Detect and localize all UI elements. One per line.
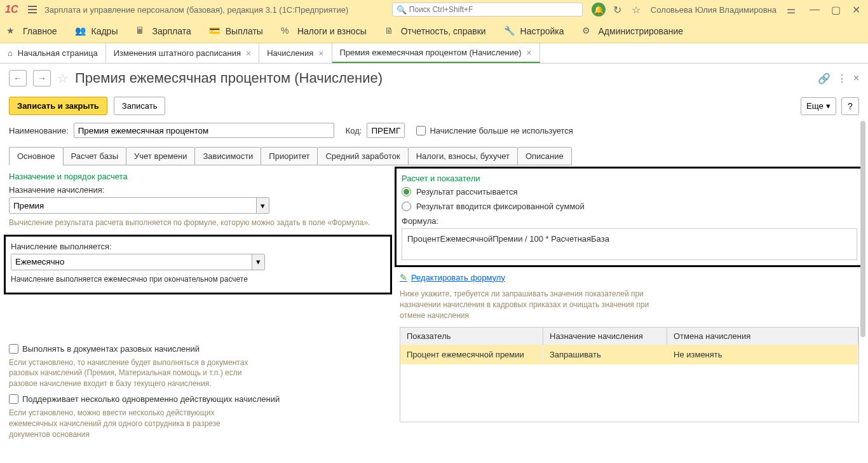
tab-time[interactable]: Учет времени [126,147,195,165]
percent-icon: % [281,25,292,37]
menu-payments[interactable]: 💳Выплаты [209,25,263,37]
purpose-label: Назначение начисления: [9,185,387,195]
form-body: Назначение и порядок расчета Назначение … [0,165,868,446]
cb-multi-wrap[interactable]: Поддерживает несколько одновременно дейс… [9,394,387,404]
cb-multi[interactable] [9,394,18,404]
menu-main[interactable]: ★Главное [6,25,57,37]
radio-fixed-wrap[interactable]: Результат вводится фиксированной суммой [402,202,857,211]
radio-calculated-wrap[interactable]: Результат рассчитывается [402,187,857,197]
menu-salary[interactable]: 🖩Зарплата [135,25,191,37]
header-fields: Наименование: Код: Начисление больше не … [0,119,868,142]
search-input[interactable] [409,5,578,14]
hamburger-icon[interactable] [25,3,39,16]
td-indicator: Процент ежемесячной премии [400,345,543,364]
chevron-down-icon[interactable]: ▾ [252,254,264,270]
th-cancel: Отмена начисления [667,328,858,345]
tab-base[interactable]: Расчет базы [63,147,127,165]
td-assign: Запрашивать [543,345,667,364]
table-row[interactable]: Процент ежемесячной премии Запрашивать Н… [400,345,858,364]
home-icon: ⌂ [8,48,13,58]
scrollbar[interactable] [860,113,867,463]
user-name[interactable]: Соловьева Юлия Владимировна [651,5,776,15]
menu-hr[interactable]: 👥Кадры [75,25,118,37]
cb-once-docs-wrap[interactable]: Выполнять в документах разовых начислени… [9,344,387,354]
tab-bonus-monthly[interactable]: Премия ежемесячная процентом (Начисление… [332,43,540,63]
th-assign: Назначение начисления [543,328,667,345]
right-column: Расчет и показатели Результат рассчитыва… [400,172,859,439]
cb2-hint: Если установлено, можно ввести несколько… [9,408,263,439]
tab-staff-changes[interactable]: Изменения штатного расписания× [106,43,259,63]
document-tabs: ⌂Начальная страница Изменения штатного р… [0,43,868,64]
menu-admin[interactable]: ⚙Администрирование [582,25,684,37]
close-page-icon[interactable]: × [853,73,859,84]
not-used-checkbox[interactable] [416,126,426,135]
titlebar: 1C Зарплата и управление персоналом (баз… [0,0,868,19]
star-icon[interactable]: ☆ [629,4,643,16]
purpose-input[interactable] [10,198,256,213]
execution-block: Начисление выполняется: ▾ Начисление вып… [4,235,392,294]
radio-calculated[interactable] [402,187,411,197]
code-input[interactable] [367,123,405,138]
name-input[interactable] [74,123,334,138]
link-icon[interactable]: 🔗 [818,73,831,85]
kebab-icon[interactable]: ⋮ [837,73,847,85]
not-used-checkbox-wrap[interactable]: Начисление больше не используется [416,126,573,135]
logo-1c-icon: 1C [5,4,20,15]
cb1-hint: Если установлено, то начисление будет вы… [9,357,250,389]
star-solid-icon: ★ [6,25,18,37]
chevron-down-icon[interactable]: ▾ [256,198,269,213]
gear-icon: ⚙ [582,25,593,37]
help-button[interactable]: ? [841,97,859,115]
menu-reports[interactable]: 🗎Отчетность, справки [384,25,486,37]
close-window-icon[interactable]: ✕ [850,4,863,16]
edit-formula-link[interactable]: ✎ Редактировать формулу [400,272,859,282]
tab-desc[interactable]: Описание [517,147,572,165]
more-button[interactable]: Еще▾ [801,97,836,115]
save-close-button[interactable]: Записать и закрыть [9,97,107,115]
exec-input[interactable] [11,254,252,270]
calc-icon: 🖩 [135,25,147,37]
chevron-down-icon: ▾ [826,101,831,111]
filter-icon[interactable]: ⚌ [784,4,798,16]
tab-deps[interactable]: Зависимости [194,147,261,165]
history-icon[interactable]: ↻ [611,4,624,16]
close-icon[interactable]: × [527,48,532,58]
wrench-icon: 🔧 [504,25,515,37]
tab-tax[interactable]: Налоги, взносы, бухучет [408,147,518,165]
tab-priority[interactable]: Приоритет [261,147,318,165]
favorite-icon[interactable]: ☆ [57,71,69,86]
maximize-icon[interactable]: ▢ [829,4,843,16]
indicators-hint: Ниже укажите, требуется ли запрашивать з… [400,289,667,321]
section-purpose-title: Назначение и порядок расчета [9,172,387,181]
radio-fixed[interactable] [402,202,411,211]
table-header: Показатель Назначение начисления Отмена … [400,328,858,345]
code-label: Код: [346,126,362,135]
bell-icon[interactable]: 🔔 [592,3,606,17]
tab-avg[interactable]: Средний заработок [317,147,408,165]
exec-select[interactable]: ▾ [11,254,265,270]
close-icon[interactable]: × [246,48,251,59]
nav-forward-button[interactable]: → [33,70,51,86]
search-icon: 🔍 [397,5,407,15]
indicators-table: Показатель Назначение начисления Отмена … [400,327,859,422]
cb-once-docs[interactable] [9,344,18,354]
minimize-icon[interactable]: — [807,4,822,16]
close-icon[interactable]: × [318,48,323,59]
exec-label: Начисление выполняется: [11,242,385,251]
tab-accruals[interactable]: Начисления× [259,43,332,63]
menu-settings[interactable]: 🔧Настройка [504,25,564,37]
page-title: Премия ежемесячная процентом (Начисление… [75,70,383,86]
tab-main[interactable]: Основное [9,147,64,165]
global-search[interactable]: 🔍 [392,3,583,17]
menu-taxes[interactable]: %Налоги и взносы [281,25,367,37]
formula-box[interactable]: ПроцентЕжемесячнойПремии / 100 * Расчетн… [402,228,857,260]
people-icon: 👥 [75,25,86,37]
td-cancel: Не изменять [667,345,858,364]
purpose-select[interactable]: ▾ [9,197,269,214]
th-indicator: Показатель [400,328,543,345]
tab-start-page[interactable]: ⌂Начальная страница [0,43,106,63]
menubar: ★Главное 👥Кадры 🖩Зарплата 💳Выплаты %Нало… [0,19,868,43]
nav-back-button[interactable]: ← [9,70,27,86]
save-button[interactable]: Записать [114,97,166,115]
scroll-thumb[interactable] [860,121,865,337]
